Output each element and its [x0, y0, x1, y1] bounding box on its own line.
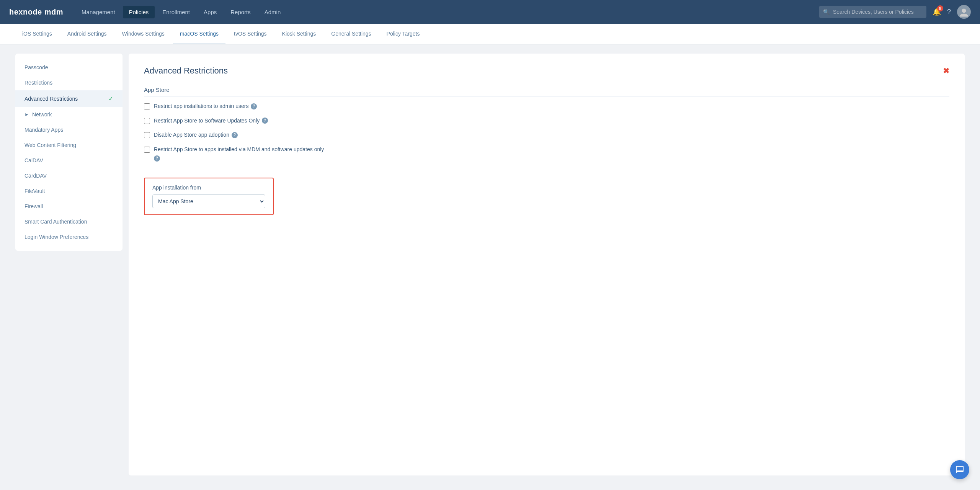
- panel-title-text: Advanced Restrictions: [144, 66, 228, 76]
- notification-icon[interactable]: 🔔 8: [933, 8, 941, 16]
- checkbox-label-disable-adoption: Disable App Store app adoption ?: [154, 131, 238, 139]
- main-content: Passcode Restrictions Advanced Restricti…: [0, 44, 980, 485]
- installation-from-box: App installation from Mac App Store Mac …: [144, 178, 274, 215]
- tab-ios[interactable]: iOS Settings: [15, 24, 59, 44]
- sidebar-item-firewall[interactable]: Firewall: [15, 199, 122, 214]
- checkbox-label-restrict-admin: Restrict app installations to admin user…: [154, 103, 257, 110]
- top-navigation: hexnode mdm Management Policies Enrollme…: [0, 0, 980, 24]
- sidebar-item-web-content-filtering[interactable]: Web Content Filtering: [15, 137, 122, 153]
- sidebar-item-label: Web Content Filtering: [24, 142, 76, 148]
- nav-apps[interactable]: Apps: [198, 6, 223, 18]
- check-icon: ✓: [108, 95, 113, 102]
- nav-management[interactable]: Management: [75, 6, 121, 18]
- tab-android[interactable]: Android Settings: [60, 24, 114, 44]
- sidebar-item-restrictions[interactable]: Restrictions: [15, 75, 122, 90]
- avatar-icon: [959, 7, 969, 17]
- nav-admin[interactable]: Admin: [258, 6, 287, 18]
- arrow-icon: ►: [24, 112, 29, 117]
- help-icon[interactable]: ?: [947, 8, 951, 16]
- avatar[interactable]: [957, 5, 971, 19]
- chat-icon: [955, 465, 964, 474]
- sidebar-item-label: FileVault: [24, 188, 45, 194]
- settings-tabs-bar: iOS Settings Android Settings Windows Se…: [0, 24, 980, 44]
- sidebar-item-carddav[interactable]: CardDAV: [15, 168, 122, 183]
- installation-dropdown[interactable]: Mac App Store Mac App Store and identifi…: [152, 194, 265, 208]
- sidebar-item-label: Smart Card Authentication: [24, 219, 87, 225]
- sidebar-item-label: Restrictions: [24, 80, 52, 86]
- sidebar-item-filevault[interactable]: FileVault: [15, 183, 122, 199]
- sidebar-item-label: Passcode: [24, 64, 48, 70]
- nav-right: 🔍 🔔 8 ?: [819, 5, 971, 19]
- sidebar-item-label: CalDAV: [24, 157, 43, 163]
- sidebar-item-label: CardDAV: [24, 173, 47, 179]
- sidebar-item-caldav[interactable]: CalDAV: [15, 153, 122, 168]
- help-icon-restrict-mdm[interactable]: ?: [154, 155, 160, 162]
- sidebar-item-smart-card[interactable]: Smart Card Authentication: [15, 214, 122, 229]
- content-panel: Advanced Restrictions ✖ App Store Restri…: [129, 54, 965, 475]
- sidebar-item-mandatory-apps[interactable]: Mandatory Apps: [15, 122, 122, 137]
- tab-windows[interactable]: Windows Settings: [115, 24, 172, 44]
- tab-tvos[interactable]: tvOS Settings: [227, 24, 274, 44]
- checkbox-restrict-software-updates[interactable]: [144, 118, 150, 124]
- sidebar-item-advanced-restrictions[interactable]: Advanced Restrictions ✓: [15, 90, 122, 107]
- nav-reports[interactable]: Reports: [224, 6, 257, 18]
- checkbox-label-restrict-software-updates: Restrict App Store to Software Updates O…: [154, 117, 268, 125]
- sidebar-item-login-window[interactable]: Login Window Preferences: [15, 229, 122, 245]
- sidebar-item-label: Advanced Restrictions: [24, 96, 78, 102]
- help-icon-restrict-admin[interactable]: ?: [251, 103, 257, 109]
- notification-badge: 8: [937, 5, 943, 11]
- nav-links: Management Policies Enrollment Apps Repo…: [75, 6, 816, 18]
- left-sidebar: Passcode Restrictions Advanced Restricti…: [15, 54, 122, 251]
- sidebar-item-label: Network: [32, 111, 52, 118]
- svg-point-0: [962, 8, 966, 13]
- help-icon-disable-adoption[interactable]: ?: [232, 132, 238, 138]
- checkbox-row-restrict-software-updates: Restrict App Store to Software Updates O…: [144, 117, 949, 125]
- panel-header: Advanced Restrictions ✖: [144, 66, 949, 76]
- nav-policies[interactable]: Policies: [123, 6, 155, 18]
- help-icon-restrict-software-updates[interactable]: ?: [262, 118, 268, 124]
- tab-macos[interactable]: macOS Settings: [173, 24, 225, 44]
- search-icon: 🔍: [823, 9, 830, 15]
- checkbox-label-restrict-mdm: Restrict App Store to apps installed via…: [154, 146, 330, 162]
- search-wrapper: 🔍: [819, 6, 926, 18]
- search-input[interactable]: [819, 6, 926, 18]
- checkbox-restrict-mdm[interactable]: [144, 147, 150, 153]
- sidebar-item-label: Login Window Preferences: [24, 234, 88, 240]
- nav-enrollment[interactable]: Enrollment: [156, 6, 196, 18]
- app-store-section-title: App Store: [144, 87, 949, 96]
- checkbox-disable-adoption[interactable]: [144, 132, 150, 138]
- sidebar-item-label: Mandatory Apps: [24, 127, 63, 133]
- checkbox-row-restrict-admin: Restrict app installations to admin user…: [144, 103, 949, 110]
- close-button[interactable]: ✖: [943, 66, 949, 75]
- brand-logo: hexnode mdm: [9, 8, 63, 16]
- chat-button[interactable]: [950, 460, 969, 479]
- tab-kiosk[interactable]: Kiosk Settings: [275, 24, 323, 44]
- sidebar-item-label: Firewall: [24, 203, 43, 209]
- installation-section-title: App installation from: [152, 185, 265, 191]
- tab-general[interactable]: General Settings: [324, 24, 378, 44]
- sidebar-item-network[interactable]: ► Network: [15, 107, 122, 122]
- checkbox-row-disable-adoption: Disable App Store app adoption ?: [144, 131, 949, 139]
- tab-targets[interactable]: Policy Targets: [380, 24, 427, 44]
- sidebar-item-passcode[interactable]: Passcode: [15, 60, 122, 75]
- checkbox-restrict-admin[interactable]: [144, 103, 150, 109]
- checkbox-row-restrict-mdm: Restrict App Store to apps installed via…: [144, 146, 949, 162]
